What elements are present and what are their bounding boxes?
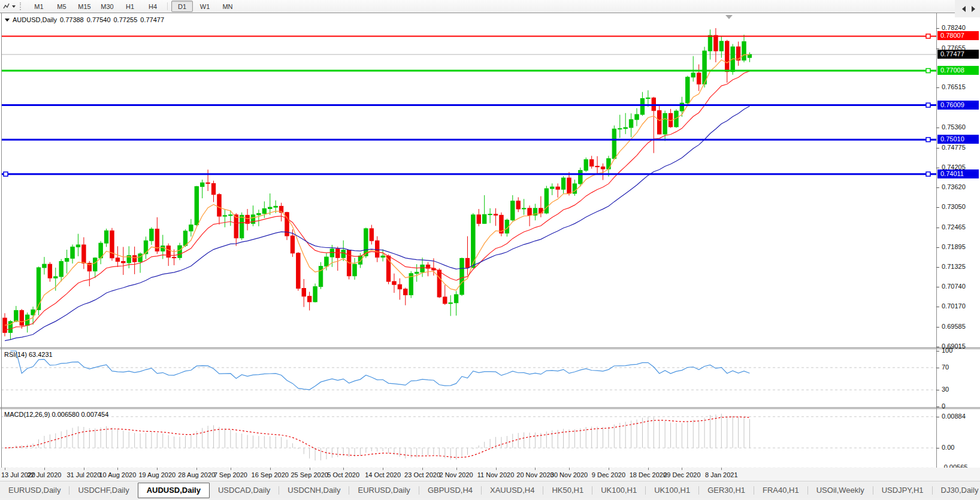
timeframe-button-w1[interactable]: W1: [194, 1, 216, 12]
tab-hk50-h1[interactable]: HK50,H1: [543, 484, 592, 497]
candle-bull: [663, 113, 667, 134]
tab-usdchf-daily[interactable]: USDCHF,Daily: [69, 484, 137, 497]
candle-bull: [624, 128, 627, 129]
tab-eurusd-daily[interactable]: EURUSD,Daily: [0, 484, 69, 497]
candle-bull: [14, 310, 18, 321]
candle-bear: [116, 258, 119, 262]
ohlc-low: 0.77255: [114, 16, 138, 23]
level-line-handle[interactable]: [926, 138, 930, 142]
date-axis-label: 30 Nov 2020: [551, 471, 588, 478]
candle-bull: [364, 229, 368, 256]
candle-bear: [398, 284, 401, 289]
chart-cursor-dropdown-icon[interactable]: [12, 5, 16, 8]
macd-axis-tick: [936, 448, 939, 449]
candle-bear: [477, 215, 480, 223]
date-axis-label: 16 Sep 2020: [252, 471, 289, 478]
candle-bear: [297, 253, 300, 289]
chart-shift-marker-icon[interactable]: [725, 15, 733, 19]
tab-ger30-h1[interactable]: GER30,H1: [699, 484, 754, 497]
price-axis-tick: [936, 87, 939, 88]
main-chart-pane[interactable]: [1, 13, 936, 347]
candle-bear: [494, 214, 497, 216]
tab-gbpusd-h4[interactable]: GBPUSD,H4: [419, 484, 481, 497]
candle-bear: [516, 201, 520, 209]
chart-title: AUDUSD,Daily 0.77388 0.77540 0.77255 0.7…: [5, 16, 164, 23]
price-axis-label: 0.70740: [942, 283, 966, 290]
candle-bull: [703, 51, 706, 84]
tab-eurusd-daily[interactable]: EURUSD,Daily: [349, 484, 418, 497]
candle-bull: [223, 216, 226, 216]
candle-bull: [708, 35, 712, 51]
tab-fra40-h1[interactable]: FRA40,H1: [754, 484, 807, 497]
candle-bear: [336, 249, 340, 257]
pane-separator[interactable]: [0, 349, 980, 349]
candle-bull: [274, 206, 277, 207]
timeframe-button-m30[interactable]: M30: [96, 1, 118, 12]
tab-usdjpy-h1[interactable]: USDJPY,H1: [873, 484, 932, 497]
level-line-handle[interactable]: [926, 172, 930, 176]
price-axis-tick: [936, 207, 939, 208]
tab-usoil-weekly[interactable]: USOil,Weekly: [808, 484, 873, 497]
candle-bull: [138, 254, 142, 262]
date-axis-label: 8 Jan 2021: [705, 471, 737, 478]
tab-scroll-right-icon[interactable]: [972, 6, 975, 12]
candle-bear: [465, 258, 469, 268]
level-line-handle[interactable]: [4, 172, 8, 176]
level-line-handle[interactable]: [926, 34, 930, 38]
tab-xauusd-h4[interactable]: XAUUSD,H4: [482, 484, 543, 497]
tab-uk100-h1[interactable]: UK100,H1: [592, 484, 645, 497]
timeframe-button-mn[interactable]: MN: [217, 1, 238, 12]
tab-usdcad-daily[interactable]: USDCAD,Daily: [210, 484, 279, 497]
date-axis-tick: [310, 468, 310, 470]
macd-axis-label: 0.00: [942, 444, 954, 451]
rsi-axis-label: 100: [942, 347, 952, 354]
date-axis-tick: [496, 468, 497, 470]
date-axis-tick: [270, 468, 271, 470]
tab-audusd-daily[interactable]: AUDUSD,Daily: [138, 483, 210, 498]
rsi-line: [10, 351, 749, 390]
level-line-handle[interactable]: [926, 69, 930, 73]
candle-bull: [612, 129, 616, 159]
tab-usdcnh-daily[interactable]: USDCNH,Daily: [279, 484, 349, 497]
pane-border: [0, 13, 980, 13]
timeframe-button-m15[interactable]: M15: [74, 1, 95, 12]
candle-bull: [325, 257, 328, 266]
date-axis-tick: [231, 468, 231, 470]
timeframe-button-d1[interactable]: D1: [171, 1, 193, 12]
candle-bear: [658, 111, 661, 134]
date-axis-tick: [535, 468, 536, 470]
tab-scroll-left-icon[interactable]: [962, 6, 966, 12]
rsi-pane[interactable]: [1, 349, 936, 407]
price-axis-tick: [936, 168, 939, 168]
candle-bull: [268, 207, 272, 208]
candle-bear: [132, 256, 136, 262]
timeframe-button-h4[interactable]: H4: [142, 1, 164, 12]
level-line-handle[interactable]: [926, 103, 930, 107]
timeframe-button-h1[interactable]: H1: [119, 1, 141, 12]
tab-uk100-h1[interactable]: UK100,H1: [646, 484, 698, 497]
chart-cursor-icon[interactable]: [2, 2, 10, 10]
ohlc-close: 0.77477: [140, 16, 164, 23]
candle-bull: [262, 208, 266, 213]
price-axis-label: 0.73050: [942, 203, 966, 211]
candle-bull: [686, 77, 689, 103]
date-axis-tick: [5, 468, 5, 470]
pane-separator[interactable]: [0, 408, 980, 409]
tab-dj30-daily[interactable]: DJ30,Daily: [933, 484, 980, 497]
candle-bull: [460, 258, 464, 295]
timeframe-button-m1[interactable]: M1: [28, 1, 50, 12]
price-axis-tick: [936, 228, 939, 228]
date-axis-tick: [569, 468, 570, 470]
ohlc-high: 0.77540: [87, 16, 111, 23]
timeframe-button-m5[interactable]: M5: [51, 1, 72, 12]
candle-bull: [629, 120, 633, 128]
price-axis-line: [936, 13, 937, 468]
date-axis-label: 29 Dec 2020: [663, 471, 700, 478]
candle-bull: [161, 246, 165, 251]
candle-bull: [240, 215, 243, 238]
macd-pane[interactable]: [1, 408, 936, 468]
chart-menu-icon[interactable]: [5, 19, 10, 22]
date-axis-label: 10 Aug 2020: [99, 471, 136, 478]
price-axis-tick: [936, 267, 939, 268]
candle-bear: [307, 296, 311, 302]
